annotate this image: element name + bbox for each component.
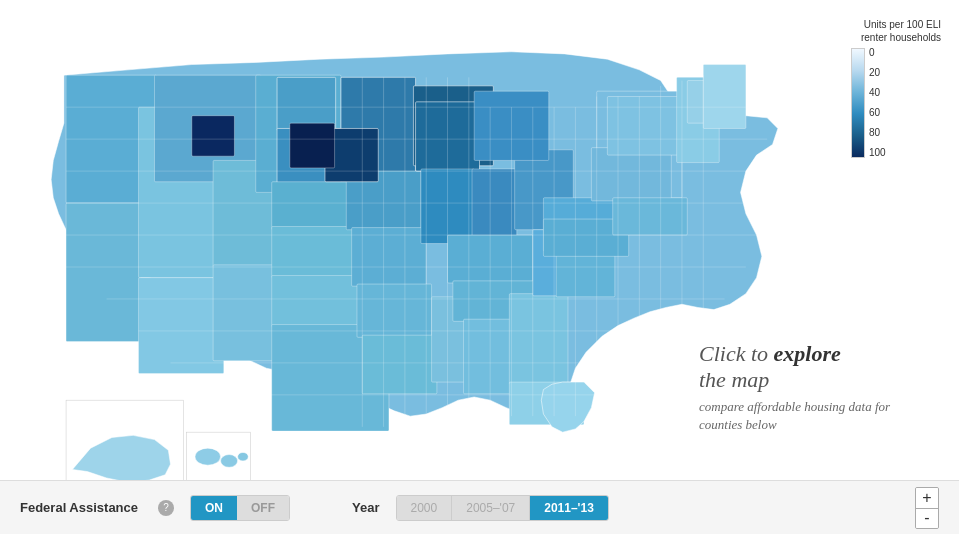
year-toggle-group: 2000 2005–'07 2011–'13 xyxy=(396,495,609,521)
svg-rect-2 xyxy=(66,203,141,342)
federal-info-icon[interactable]: ? xyxy=(158,500,174,516)
svg-rect-9 xyxy=(277,77,336,130)
svg-rect-38 xyxy=(591,148,671,201)
zoom-controls: + - xyxy=(915,487,939,529)
year-2000-button[interactable]: 2000 xyxy=(397,496,452,520)
legend-bar: 0 20 40 60 80 100 xyxy=(851,48,886,158)
federal-assistance-label: Federal Assistance xyxy=(20,500,138,515)
overlay-explore-label: explore xyxy=(774,341,841,366)
map-container[interactable] xyxy=(0,0,959,534)
overlay-explore-text: Click to explore the map xyxy=(699,341,899,394)
legend-gradient-bar xyxy=(851,48,865,158)
svg-rect-30 xyxy=(464,319,512,394)
svg-rect-4 xyxy=(139,278,224,374)
legend-label-80: 80 xyxy=(869,128,886,138)
legend-labels: 0 20 40 60 80 100 xyxy=(869,48,886,158)
svg-point-75 xyxy=(195,448,221,465)
map-overlay-text: Click to explore the map compare afforda… xyxy=(699,341,899,434)
controls-bar: Federal Assistance ? ON OFF Year 2000 20… xyxy=(0,480,959,534)
legend-label-0: 0 xyxy=(869,48,886,58)
svg-rect-31 xyxy=(509,294,568,385)
year-2005-button[interactable]: 2005–'07 xyxy=(451,496,529,520)
svg-rect-18 xyxy=(357,284,432,337)
federal-on-button[interactable]: ON xyxy=(191,496,237,520)
legend-label-40: 40 xyxy=(869,88,886,98)
svg-rect-25 xyxy=(472,169,517,238)
overlay-sub-text: compare affordable housing data for coun… xyxy=(699,398,899,434)
svg-rect-12 xyxy=(272,227,357,278)
year-2011-button[interactable]: 2011–'13 xyxy=(529,496,608,520)
legend-title: Units per 100 ELI renter households xyxy=(851,18,941,44)
svg-rect-45 xyxy=(192,116,235,156)
svg-rect-43 xyxy=(613,198,688,235)
federal-toggle-group: ON OFF xyxy=(190,495,290,521)
svg-rect-17 xyxy=(352,228,427,287)
legend: Units per 100 ELI renter households 0 20… xyxy=(851,18,941,158)
zoom-in-button[interactable]: + xyxy=(916,488,938,508)
legend-label-20: 20 xyxy=(869,68,886,78)
svg-rect-44 xyxy=(290,123,335,168)
svg-rect-39 xyxy=(607,97,687,156)
svg-rect-19 xyxy=(362,335,437,394)
svg-point-77 xyxy=(238,452,249,461)
year-label: Year xyxy=(352,500,379,515)
overlay-the-map: the map xyxy=(699,367,769,392)
legend-label-60: 60 xyxy=(869,108,886,118)
zoom-out-button[interactable]: - xyxy=(916,508,938,528)
overlay-click-label: Click to xyxy=(699,341,774,366)
legend-label-100: 100 xyxy=(869,148,886,158)
federal-off-button[interactable]: OFF xyxy=(237,496,289,520)
svg-rect-42 xyxy=(703,65,746,129)
svg-point-76 xyxy=(221,455,238,468)
svg-rect-11 xyxy=(272,182,352,230)
